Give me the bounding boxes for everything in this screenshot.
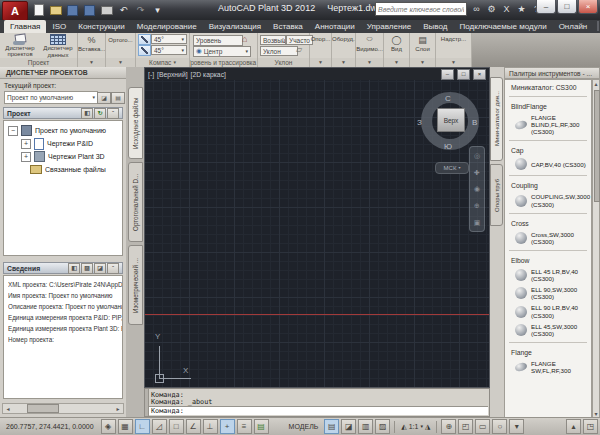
hardware-acceleration-button[interactable]: ▭ [475, 419, 490, 434]
panel-project-label[interactable]: Проект [0, 58, 77, 67]
otrack-toggle[interactable]: ∠ [186, 419, 201, 434]
tab-online[interactable]: Онлайн [553, 20, 594, 33]
isolate-objects-button[interactable]: ○ [492, 419, 507, 434]
expand-box-icon[interactable]: + [21, 139, 31, 149]
tool-item[interactable]: ELL 90 LR,BV,40 (CS300) [505, 302, 591, 320]
panel-compass-label[interactable]: Компас▾ [136, 58, 189, 67]
level-input[interactable]: Уровень [193, 35, 243, 46]
osnap-toggle[interactable]: □ [169, 419, 184, 434]
collapse-box-icon[interactable]: − [8, 126, 18, 136]
horizontal-scrollbar[interactable]: ◂ ▸ [2, 403, 124, 414]
compass-west[interactable]: З [417, 118, 422, 127]
tab-orthographic[interactable]: Ортогональный D... [128, 162, 143, 242]
palette-scroll-thumb[interactable] [594, 90, 600, 202]
search-input[interactable] [375, 2, 467, 16]
close-button[interactable]: × [578, 0, 598, 14]
tab-insert[interactable]: Вставка [267, 20, 309, 33]
drawing-canvas[interactable]: С З В Ю Верх МСК▾ ◎ ✚ ◉ ⊕ ▣ Y X [145, 80, 489, 387]
viewport-visual-style-control[interactable]: [2D каркас] [191, 71, 226, 78]
scroll-left-icon[interactable]: ◂ [3, 405, 13, 412]
scroll-thumb[interactable] [27, 404, 59, 413]
panel-level-label[interactable]: Уровень и трассировка▾ [190, 58, 257, 67]
coordinates-display[interactable]: 260.7757, 274.4421, 0.0000 [0, 423, 100, 430]
model-tab-button[interactable]: ▤ [324, 419, 339, 434]
tool-item[interactable]: FLANGE SW,FL,RF,300 [505, 358, 591, 376]
panel-visibility-expander[interactable]: ▼ [356, 58, 383, 67]
compass-toggle-1[interactable] [138, 34, 151, 45]
data-manager-button[interactable]: Диспетчер данных [40, 34, 76, 58]
viewport-view-control[interactable]: [Верхний] [157, 71, 188, 78]
tab-dynamic-minicatalog[interactable]: Мини-каталог дин... [490, 77, 503, 161]
center-select[interactable]: ◉Центр▾ [193, 46, 251, 57]
panel-addins-expander[interactable]: ▼ [436, 58, 471, 67]
expand-box-icon[interactable]: + [21, 152, 31, 162]
ribbon-display-toggle[interactable] [597, 21, 599, 31]
details-tool-2[interactable]: ▨ [81, 263, 93, 274]
orbit-icon[interactable]: ⊕ [474, 202, 480, 209]
tree-item-root[interactable]: − Проект по умолчанию [8, 124, 122, 137]
scroll-up-icon[interactable]: ▴ [593, 80, 599, 87]
layout-button[interactable]: ◪ [341, 419, 356, 434]
doc-restore-button[interactable]: □ [457, 69, 470, 80]
house-icon[interactable]: ⌂ [242, 35, 247, 44]
tree-item-related-files[interactable]: Связанные файлы [8, 163, 122, 176]
tab-plugins[interactable]: Подключаемые модули [453, 20, 552, 33]
tool-item[interactable]: ELL 45 LR,BV,40 (CS300) [505, 266, 591, 284]
dynamic-input-toggle[interactable]: + [220, 419, 235, 434]
tab-manage[interactable]: Управление [361, 20, 417, 33]
minimize-button[interactable]: – [536, 0, 556, 14]
tab-annotate[interactable]: Аннотации [309, 20, 361, 33]
quick-view-layouts-button[interactable]: ▥ [358, 419, 373, 434]
snap-toggle[interactable]: ◈ [101, 419, 116, 434]
toolbar-lock-button[interactable]: ◰ [458, 419, 473, 434]
ducs-toggle[interactable]: ⊥ [203, 419, 218, 434]
panel-insert-expander[interactable]: ▼ [78, 58, 105, 67]
annotation-visibility-icon[interactable]: ◮ [425, 423, 430, 430]
tab-modeling[interactable]: Моделирование [131, 20, 203, 33]
tab-visualization[interactable]: Визуализация [203, 20, 267, 33]
tray-settings-button[interactable]: ▴ [566, 419, 581, 434]
viewcube-top-face[interactable]: Верх [437, 108, 465, 132]
maximize-button[interactable]: □ [557, 0, 577, 14]
tab-pipe-supports[interactable]: Опоры труб [490, 164, 503, 226]
project-tool-button-2[interactable]: ▤ [111, 92, 125, 104]
tree-item-pid-drawings[interactable]: + Чертежи P&ID [8, 137, 122, 150]
viewport-menu[interactable]: [-] [148, 71, 154, 78]
grid-toggle[interactable]: ▦ [118, 419, 133, 434]
tab-home[interactable]: Главная [4, 20, 46, 33]
panel-ortho-expander[interactable]: ▼ [106, 58, 135, 67]
tag-icon[interactable]: ▱ [296, 46, 302, 54]
slope-input[interactable]: Уклон [260, 46, 298, 56]
project-tool-button-1[interactable]: ◪ [97, 92, 111, 104]
panel-layers-expander[interactable]: ▼ [410, 58, 435, 67]
pan-icon[interactable]: ✚ [474, 169, 480, 176]
model-space-button[interactable]: МОДЕЛЬ [284, 423, 324, 430]
panel-supports-expander[interactable]: ▼ [310, 58, 331, 67]
compass-north[interactable]: С [445, 94, 451, 103]
doc-close-button[interactable]: × [473, 69, 486, 80]
tab-output[interactable]: Вывод [417, 20, 453, 33]
tool-palettes-title[interactable]: Палитры инструментов - ... [504, 67, 600, 79]
tool-item[interactable]: COUPLING,SW,3000 (CS300) [505, 191, 591, 209]
zoom-icon[interactable]: ◉ [474, 185, 480, 192]
compass-toggle-2[interactable] [138, 45, 151, 56]
compass-angle-2-select[interactable]: 45°▾ [151, 45, 187, 55]
tab-structures[interactable]: Конструкции [72, 20, 131, 33]
details-collapse-button[interactable]: ˆ [107, 263, 119, 274]
ortho-toggle[interactable]: ∟ [135, 419, 150, 434]
tool-item[interactable]: ELL 90,SW,3000 (CS300) [505, 284, 591, 302]
current-project-select[interactable]: Проект по умолчанию ▾ [4, 91, 98, 104]
tab-isometric[interactable]: Изометрический ... [128, 245, 143, 325]
section-input[interactable]: Участо [286, 35, 313, 45]
tool-item[interactable]: Cross,SW,3000 (CS300) [505, 229, 591, 247]
layers-icon[interactable]: ▤ [410, 35, 435, 45]
project-manager-title[interactable]: ДИСПЕТЧЕР ПРОЕКТОВ [0, 67, 126, 79]
tab-iso[interactable]: ISO [46, 20, 72, 33]
annotation-scale-control[interactable]: ◭ 1:1 ▾ ◮ [398, 423, 433, 430]
section-collapse-button[interactable]: ˆ [107, 108, 119, 119]
compass-angle-1-select[interactable]: 45°▾ [151, 34, 187, 44]
signin-icon[interactable]: ⚙ [486, 4, 497, 14]
panel-equipment-expander[interactable]: ▼ [332, 58, 355, 67]
quick-properties-toggle[interactable]: ▤ [254, 419, 269, 434]
clean-screen-button[interactable]: ◳ [583, 419, 598, 434]
